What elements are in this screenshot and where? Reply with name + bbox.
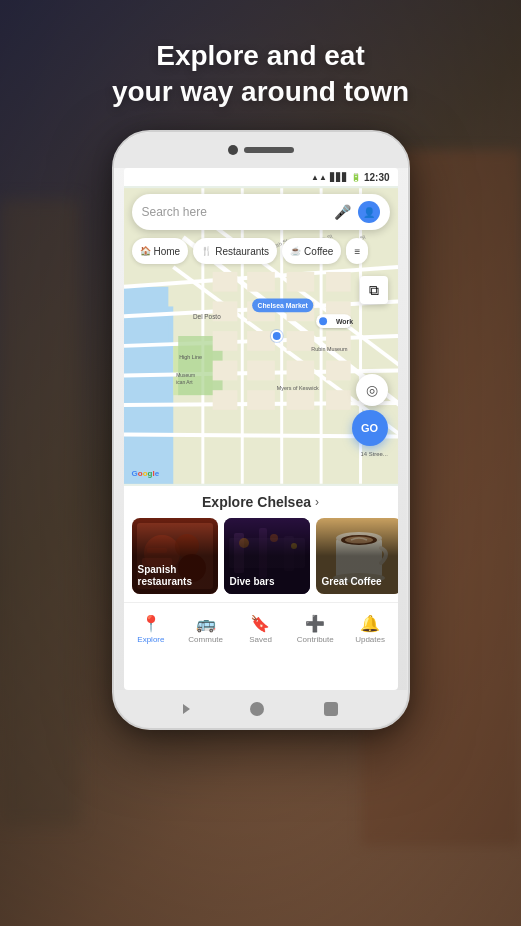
google-logo: Google <box>132 469 160 478</box>
phone-top-bar <box>114 132 408 168</box>
map-layers-button[interactable]: ⧉ <box>360 276 388 304</box>
home-button[interactable] <box>250 702 264 716</box>
layers-icon: ⧉ <box>369 282 379 299</box>
contribute-nav-icon: ➕ <box>305 614 325 633</box>
hero-line2: your way around town <box>112 76 409 107</box>
svg-text:ican Art: ican Art <box>176 380 193 385</box>
map-area[interactable]: Chelsea Market Del Posto Work Rubin Muse… <box>124 186 398 486</box>
explore-nav-label: Explore <box>137 635 164 644</box>
search-placeholder: Search here <box>142 205 334 219</box>
nav-item-updates[interactable]: 🔔 Updates <box>343 614 398 644</box>
updates-nav-icon: 🔔 <box>360 614 380 633</box>
nav-item-commute[interactable]: 🚌 Commute <box>178 614 233 644</box>
signal-icon: ▋▋▋ <box>330 173 348 182</box>
svg-rect-34 <box>212 361 237 381</box>
card-dive-bars[interactable]: Dive bars <box>224 518 310 594</box>
nav-item-explore[interactable]: 📍 Explore <box>124 614 179 644</box>
nav-item-contribute[interactable]: ➕ Contribute <box>288 614 343 644</box>
svg-rect-25 <box>326 272 351 292</box>
chip-coffee[interactable]: ☕ Coffee <box>282 238 341 264</box>
user-avatar[interactable]: 👤 <box>358 201 380 223</box>
filter-chips: 🏠 Home 🍴 Restaurants ☕ Coffee ≡ <box>132 238 390 264</box>
coffee-chip-icon: ☕ <box>290 246 301 256</box>
svg-rect-38 <box>212 390 237 410</box>
svg-text:Museum: Museum <box>176 373 195 378</box>
card-coffee[interactable]: Great Coffee <box>316 518 398 594</box>
go-button[interactable]: GO <box>352 410 388 446</box>
svg-text:Work: Work <box>335 318 352 325</box>
category-cards: Spanish restaurants <box>124 518 398 594</box>
explore-nav-icon: 📍 <box>141 614 161 633</box>
chip-home-label: Home <box>154 246 181 257</box>
location-icon: ◎ <box>366 382 378 398</box>
recents-button[interactable] <box>324 702 338 716</box>
svg-rect-22 <box>212 272 237 292</box>
chip-home[interactable]: 🏠 Home <box>132 238 189 264</box>
explore-chevron-icon[interactable]: › <box>315 495 319 509</box>
svg-rect-39 <box>247 390 275 410</box>
svg-text:14 Stree...: 14 Stree... <box>360 451 388 457</box>
microphone-icon[interactable]: 🎤 <box>334 203 352 221</box>
contribute-nav-label: Contribute <box>297 635 334 644</box>
chip-more[interactable]: ≡ <box>346 238 368 264</box>
svg-text:Rubin Museum: Rubin Museum <box>311 346 348 352</box>
svg-rect-40 <box>286 390 314 410</box>
phone-screen: ▲▲ ▋▋▋ 🔋 12:30 <box>124 168 398 690</box>
hero-text: Explore and eat your way around town <box>0 38 521 111</box>
chip-restaurants-label: Restaurants <box>215 246 269 257</box>
bottom-nav: 📍 Explore 🚌 Commute 🔖 Saved ➕ Contribute… <box>124 602 398 654</box>
hero-line1: Explore and eat <box>156 40 365 71</box>
card-spanish-restaurants[interactable]: Spanish restaurants <box>132 518 218 594</box>
svg-rect-24 <box>286 272 314 292</box>
commute-nav-icon: 🚌 <box>196 614 216 633</box>
card-label-coffee: Great Coffee <box>322 576 396 588</box>
svg-point-46 <box>319 317 327 325</box>
restaurants-chip-icon: 🍴 <box>201 246 212 256</box>
svg-rect-41 <box>326 390 351 410</box>
go-label: GO <box>361 422 378 434</box>
chip-coffee-label: Coffee <box>304 246 333 257</box>
saved-nav-icon: 🔖 <box>250 614 270 633</box>
svg-text:Del Posto: Del Posto <box>192 313 220 320</box>
svg-point-59 <box>271 331 281 341</box>
card-label-spanish: Spanish restaurants <box>138 564 212 588</box>
my-location-button[interactable]: ◎ <box>356 374 388 406</box>
chip-more-icon: ≡ <box>354 246 360 257</box>
explore-title: Explore Chelsea <box>202 494 311 510</box>
svg-rect-23 <box>247 272 275 292</box>
home-chip-icon: 🏠 <box>140 246 151 256</box>
svg-rect-36 <box>286 361 314 381</box>
battery-icon: 🔋 <box>351 173 361 182</box>
svg-rect-35 <box>247 361 275 381</box>
back-button[interactable] <box>183 704 190 714</box>
svg-rect-30 <box>212 331 237 351</box>
card-label-dive: Dive bars <box>230 576 304 588</box>
explore-header: Explore Chelsea › <box>124 494 398 510</box>
phone-camera <box>228 145 238 155</box>
svg-rect-32 <box>286 331 314 351</box>
time-display: 12:30 <box>364 172 390 183</box>
updates-nav-label: Updates <box>355 635 385 644</box>
status-icons: ▲▲ ▋▋▋ 🔋 12:30 <box>311 172 389 183</box>
svg-text:High Line: High Line <box>179 354 202 360</box>
svg-text:Chelsea Market: Chelsea Market <box>257 302 308 309</box>
wifi-icon: ▲▲ <box>311 173 327 182</box>
commute-nav-label: Commute <box>188 635 223 644</box>
svg-text:Myers of Keswick: Myers of Keswick <box>276 385 318 391</box>
o3: e <box>155 469 159 478</box>
explore-section: Explore Chelsea › <box>124 486 398 602</box>
status-bar: ▲▲ ▋▋▋ 🔋 12:30 <box>124 168 398 186</box>
phone-shell: ▲▲ ▋▋▋ 🔋 12:30 <box>112 130 410 730</box>
search-bar[interactable]: Search here 🎤 👤 <box>132 194 390 230</box>
phone-bottom-bar <box>114 690 408 728</box>
chip-restaurants[interactable]: 🍴 Restaurants <box>193 238 277 264</box>
phone-speaker <box>244 147 294 153</box>
saved-nav-label: Saved <box>249 635 272 644</box>
nav-item-saved[interactable]: 🔖 Saved <box>233 614 288 644</box>
phone-device: ▲▲ ▋▋▋ 🔋 12:30 <box>112 130 410 730</box>
svg-rect-37 <box>326 361 351 381</box>
